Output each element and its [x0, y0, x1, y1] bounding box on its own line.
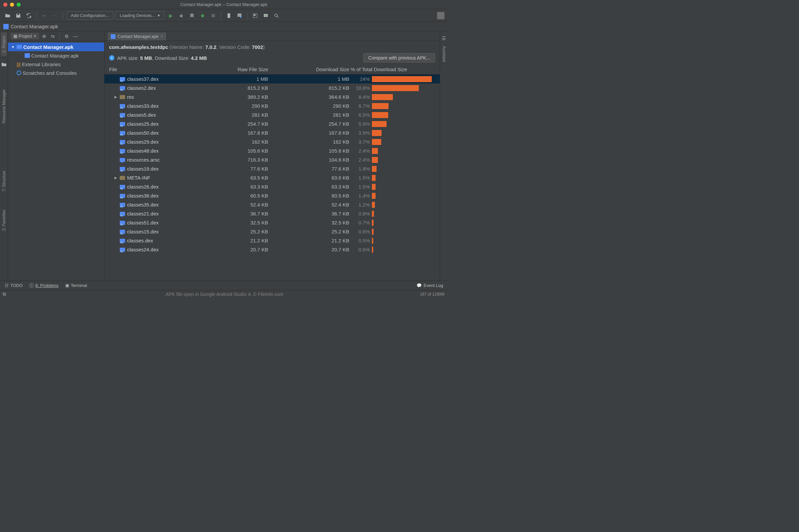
minimize-window-button[interactable] [10, 3, 14, 7]
folder-icon[interactable] [0, 60, 8, 69]
percent: 6.5% [349, 112, 372, 118]
device-manager-icon[interactable] [225, 11, 233, 20]
tree-item[interactable]: ▼Contact Manager.apk [8, 42, 104, 51]
sidebar-view-combo[interactable]: ▦Project▼ [11, 33, 39, 39]
table-row[interactable]: classes35.dex52.4 KB52.4 KB1.2% [105, 200, 440, 209]
raw-size: 36.7 KB [193, 211, 275, 216]
percent: 24% [349, 76, 372, 82]
file-name: META-INF [127, 175, 150, 180]
file-name: classes38.dex [127, 193, 159, 198]
left-tool-strip: 1: Project Resource Manager 7: Structure… [0, 31, 8, 281]
editor-tab[interactable]: Contact Manager.apk × [107, 32, 167, 41]
download-size: 254.7 KB [275, 121, 349, 127]
profile-icon[interactable] [198, 11, 207, 20]
favorites-tool-tab[interactable]: 2: Favorites [1, 207, 7, 234]
raw-size: 25.2 KB [193, 229, 275, 234]
run-config-combo[interactable]: Add Configuration... [67, 11, 113, 20]
user-avatar[interactable] [437, 12, 444, 19]
raw-size: 162 KB [193, 139, 275, 145]
todo-tool-button[interactable]: ☷TODO [5, 283, 23, 288]
table-row[interactable]: classes19.dex77.6 KB77.6 KB1.8% [105, 164, 440, 173]
percent: 8.4% [349, 94, 372, 100]
table-row[interactable]: classes25.dex254.7 KB254.7 KB5.9% [105, 119, 440, 128]
structure-tool-tab[interactable]: 7: Structure [1, 168, 7, 195]
download-size: 36.7 KB [275, 211, 349, 216]
assistant-tool-tab[interactable]: Assistant [441, 42, 447, 65]
table-row[interactable]: classes24.dex20.7 KB20.7 KB0.5% [105, 245, 440, 254]
file-icon [120, 104, 125, 108]
terminal-tool-button[interactable]: ▣Terminal [65, 283, 87, 288]
table-row[interactable]: resources.arsc716.3 KB104.6 KB2.4% [105, 155, 440, 164]
col-dl-header[interactable]: Download Size [275, 66, 349, 72]
window-title: Contact Manager.apk – Contact Manager.ap… [180, 2, 267, 7]
event-log-button[interactable]: 💬Event Log [416, 283, 443, 288]
save-icon[interactable] [14, 11, 23, 20]
expand-icon[interactable]: ⇆ [50, 33, 56, 40]
file-icon [120, 113, 125, 117]
maximize-window-button[interactable] [17, 3, 21, 7]
forward-icon[interactable]: → [51, 11, 59, 20]
tree-item[interactable]: Scratches and Consoles [8, 69, 104, 77]
table-row[interactable]: classes51.dex32.5 KB32.5 KB0.7% [105, 218, 440, 227]
info-icon: ⓘ [29, 283, 34, 289]
sync-icon[interactable] [25, 11, 33, 20]
back-icon[interactable]: ← [40, 11, 49, 20]
file-icon [120, 230, 125, 234]
memory-indicator[interactable]: 167 of 1280M [420, 292, 444, 297]
list-icon[interactable]: ☰ [440, 34, 448, 42]
resource-manager-tool-tab[interactable]: Resource Manager [1, 86, 7, 127]
problems-tool-button[interactable]: ⓘ6: Problems [29, 283, 58, 289]
search-icon[interactable] [272, 11, 281, 20]
open-icon[interactable] [3, 11, 12, 20]
select-opened-icon[interactable]: ⊕ [41, 33, 48, 40]
table-row[interactable]: classes.dex21.2 KB21.2 KB0.5% [105, 236, 440, 245]
footer-caption: .APK file open in Google Android Studio … [164, 291, 283, 297]
table-row[interactable]: classes21.dex36.7 KB36.7 KB0.8% [105, 209, 440, 218]
breadcrumb-item[interactable]: Contact Manager.apk [11, 24, 58, 29]
raw-size: 60.5 KB [193, 193, 275, 198]
run-icon[interactable]: ▶ [166, 11, 175, 20]
svg-rect-6 [254, 14, 256, 16]
emulator-icon[interactable] [261, 11, 270, 20]
col-file-header[interactable]: File [105, 66, 193, 72]
compare-apk-button[interactable]: Compare with previous APK... [363, 53, 435, 62]
gear-icon[interactable]: ⚙ [63, 33, 70, 40]
table-row[interactable]: classes29.dex162 KB162 KB3.7% [105, 137, 440, 146]
table-row[interactable]: classes5.dex281 KB281 KB6.5% [105, 110, 440, 119]
windows-icon[interactable]: ⧉ [3, 291, 6, 297]
close-tab-icon[interactable]: × [161, 34, 163, 39]
table-row[interactable]: classes37.dex1 MB1 MB24% [105, 75, 440, 83]
layout-inspector-icon[interactable] [251, 11, 259, 20]
table-row[interactable]: classes38.dex60.5 KB60.5 KB1.4% [105, 191, 440, 200]
percent: 3.7% [349, 139, 372, 145]
table-row[interactable]: classes15.dex25.2 KB25.2 KB0.6% [105, 227, 440, 236]
hide-icon[interactable]: — [72, 33, 78, 40]
file-icon [120, 167, 125, 171]
chevron-right-icon[interactable]: ▶ [114, 95, 118, 99]
table-row[interactable]: ▶META-INF63.5 KB63.6 KB1.5% [105, 173, 440, 182]
stop-icon[interactable] [209, 11, 218, 20]
raw-size: 20.7 KB [193, 247, 275, 252]
table-row[interactable]: classes50.dex167.8 KB167.8 KB3.9% [105, 128, 440, 137]
editor-area: Contact Manager.apk × com.afwsamples.tes… [105, 31, 440, 281]
device-combo[interactable]: Loading Devices... ▾ [115, 11, 164, 20]
chevron-right-icon[interactable]: ▶ [114, 176, 118, 179]
sdk-manager-icon[interactable] [235, 11, 244, 20]
close-window-button[interactable] [3, 3, 7, 7]
percent-bar-cell [372, 76, 440, 82]
tree-item[interactable]: |||External Libraries [8, 60, 104, 69]
file-table-body[interactable]: classes37.dex1 MB1 MB24%classes2.dex815.… [105, 75, 440, 281]
table-row[interactable]: classes26.dex63.3 KB63.3 KB1.5% [105, 182, 440, 191]
project-tool-tab[interactable]: 1: Project [1, 33, 7, 56]
tree-item[interactable]: Contact Manager.apk [8, 51, 104, 60]
table-row[interactable]: classes2.dex815.2 KB815.2 KB18.8% [105, 83, 440, 92]
percent: 1.4% [349, 193, 372, 198]
col-raw-header[interactable]: Raw File Size [193, 66, 275, 72]
coverage-icon[interactable] [188, 11, 196, 20]
table-row[interactable]: classes33.dex290 KB290 KB6.7% [105, 101, 440, 110]
debug-icon[interactable] [177, 11, 186, 20]
col-pct-header[interactable]: % of Total Download Size [349, 66, 440, 72]
percent: 0.5% [349, 247, 372, 252]
table-row[interactable]: classes48.dex105.6 KB105.6 KB2.4% [105, 146, 440, 155]
table-row[interactable]: ▶res389.2 KB364.6 KB8.4% [105, 92, 440, 101]
